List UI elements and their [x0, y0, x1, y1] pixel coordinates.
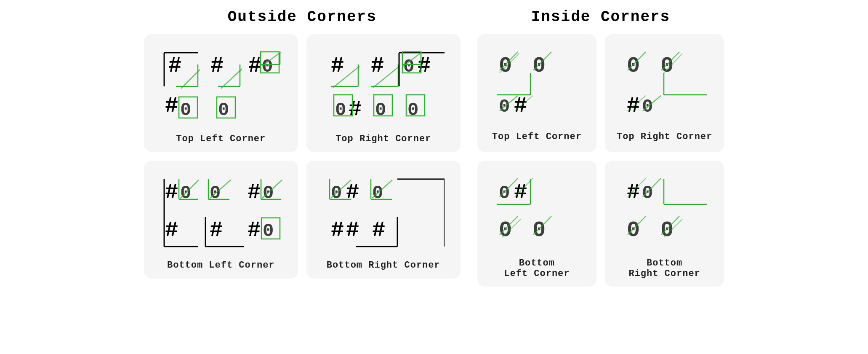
svg-text:#: # [165, 218, 178, 243]
inside-top-right-card: 0 0 # 0 Top Right Corner [605, 34, 724, 152]
inside-top-left-diagram: 0 0 0 # [490, 44, 583, 126]
svg-text:0: 0 [180, 99, 191, 121]
svg-text:0: 0 [499, 54, 512, 78]
outside-top-left-card: # # 0 # [144, 34, 298, 152]
svg-text:0: 0 [627, 54, 640, 78]
svg-text:0: 0 [499, 182, 510, 204]
outside-corners-section: Outside Corners # # 0 [144, 8, 461, 287]
inside-top-right-diagram: 0 0 # 0 [618, 44, 711, 126]
svg-text:#: # [165, 94, 178, 118]
svg-text:#: # [346, 218, 359, 243]
svg-text:0: 0 [627, 218, 640, 243]
svg-text:#: # [248, 218, 261, 243]
inside-bottom-left-diagram: 0 # 0 0 [490, 171, 583, 253]
svg-text:#: # [346, 180, 359, 205]
outside-top-right-card: # 0 # # 0 [306, 34, 461, 152]
outside-bottom-left-label: Bottom Left Corner [167, 260, 275, 271]
svg-text:#: # [331, 218, 344, 243]
inside-top-right-label: Top Right Corner [617, 131, 712, 142]
svg-text:#: # [514, 180, 527, 205]
inside-bottom-right-card: # 0 0 0 Bottom Right Corner [605, 161, 724, 287]
svg-text:0: 0 [660, 218, 674, 243]
svg-line-12 [221, 69, 242, 88]
outside-bottom-right-card: 0 # # # 0 # [306, 161, 461, 279]
svg-text:#: # [210, 54, 224, 78]
outside-top-left-diagram: # # 0 # [156, 44, 286, 129]
svg-text:#: # [372, 218, 385, 243]
svg-text:#: # [349, 97, 362, 122]
outside-top-left-label: Top Left Corner [176, 134, 266, 144]
svg-text:#: # [248, 180, 261, 205]
inside-bottom-right-label: Bottom Right Corner [628, 258, 700, 279]
svg-text:#: # [331, 54, 344, 78]
inside-grid: 0 0 0 # Top Left Corner [477, 34, 724, 287]
svg-text:0: 0 [263, 220, 274, 241]
svg-text:0: 0 [407, 99, 418, 121]
outside-top-right-label: Top Right Corner [335, 134, 431, 144]
inside-top-left-label: Top Left Corner [492, 131, 582, 142]
outside-bottom-left-card: # 0 # 0 # [144, 161, 298, 279]
svg-text:#: # [210, 218, 223, 243]
svg-line-5 [181, 70, 200, 88]
main-layout: Outside Corners # # 0 [17, 8, 851, 287]
svg-text:#: # [371, 54, 384, 78]
outside-bottom-right-label: Bottom Right Corner [327, 260, 440, 271]
inside-top-left-card: 0 0 0 # Top Left Corner [477, 34, 596, 152]
svg-text:0: 0 [375, 99, 386, 121]
svg-text:#: # [165, 180, 178, 205]
inside-corners-title: Inside Corners [531, 8, 670, 26]
outside-bottom-left-diagram: # 0 # 0 # [156, 171, 286, 255]
svg-text:0: 0 [533, 218, 546, 243]
svg-text:0: 0 [335, 99, 346, 121]
outside-top-right-diagram: # 0 # # 0 [322, 44, 445, 129]
svg-text:#: # [248, 54, 261, 78]
inside-bottom-left-card: 0 # 0 0 Bottom Left Corner [477, 161, 596, 287]
outside-bottom-right-diagram: 0 # # # 0 # [322, 171, 445, 255]
svg-text:0: 0 [499, 218, 512, 243]
outside-grid: # # 0 # [144, 34, 461, 279]
svg-text:0: 0 [642, 182, 653, 204]
inside-bottom-left-label: Bottom Left Corner [504, 258, 570, 279]
svg-text:#: # [627, 180, 640, 205]
inside-corners-section: Inside Corners 0 0 0 # [477, 8, 724, 287]
svg-text:0: 0 [660, 54, 674, 78]
svg-text:#: # [168, 54, 181, 78]
outside-corners-title: Outside Corners [228, 8, 377, 26]
svg-text:#: # [418, 54, 431, 78]
svg-text:0: 0 [218, 99, 229, 121]
svg-text:0: 0 [533, 54, 546, 78]
inside-bottom-right-diagram: # 0 0 0 [618, 171, 711, 253]
